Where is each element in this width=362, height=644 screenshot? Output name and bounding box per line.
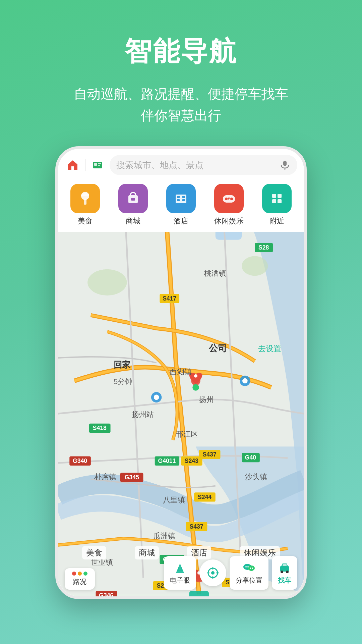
phone-screen: S28 S417 S418 G4011 S243 xyxy=(58,149,304,596)
svg-text:邗江区: 邗江区 xyxy=(176,430,198,438)
share-button[interactable]: 分享位置 xyxy=(230,556,268,590)
share-label: 分享位置 xyxy=(236,576,262,585)
svg-point-98 xyxy=(247,566,249,568)
svg-point-7 xyxy=(194,374,197,378)
svg-point-100 xyxy=(252,568,253,569)
svg-rect-87 xyxy=(178,568,179,570)
svg-text:去设置: 去设置 xyxy=(258,344,281,353)
svg-rect-72 xyxy=(177,196,180,198)
svg-text:扬州: 扬州 xyxy=(199,396,214,404)
svg-rect-75 xyxy=(182,199,185,201)
svg-text:G40: G40 xyxy=(245,454,256,461)
shop-icon-bg xyxy=(118,184,148,213)
svg-rect-68 xyxy=(84,199,86,205)
category-row: 美食 商城 xyxy=(58,179,304,232)
food-icon xyxy=(76,190,94,207)
nearby-icon-bg xyxy=(262,184,292,213)
header-section: 智能导航 自动巡航、路况提醒、便捷停车找车 伴你智慧出行 xyxy=(0,0,362,146)
svg-text:回家: 回家 xyxy=(114,360,131,369)
svg-text:G4011: G4011 xyxy=(158,458,176,464)
electronic-eye-label: 电子眼 xyxy=(170,576,190,585)
svg-text:瓜洲镇: 瓜洲镇 xyxy=(153,532,175,540)
svg-rect-71 xyxy=(176,195,186,203)
svg-text:西湖镇: 西湖镇 xyxy=(170,368,192,376)
svg-rect-81 xyxy=(272,194,276,198)
search-input[interactable]: 搜索城市、地点、景点 xyxy=(110,155,297,175)
svg-text:S418: S418 xyxy=(93,425,107,431)
svg-text:S437: S437 xyxy=(203,451,217,458)
svg-rect-73 xyxy=(182,196,185,198)
dot-orange xyxy=(78,572,82,576)
svg-text:沙头镇: 沙头镇 xyxy=(245,473,267,481)
svg-point-102 xyxy=(281,571,283,573)
hotel-icon-bg xyxy=(166,184,196,213)
svg-rect-62 xyxy=(94,163,97,166)
food-icon-bg xyxy=(70,184,100,213)
findcar-button[interactable]: 找车 xyxy=(272,556,297,590)
svg-text:S244: S244 xyxy=(198,494,212,500)
nav-icon xyxy=(92,159,104,171)
category-fun[interactable]: 休闲娱乐 xyxy=(214,184,244,226)
svg-text:S417: S417 xyxy=(163,295,176,302)
category-nearby[interactable]: 附近 xyxy=(262,184,292,226)
search-placeholder: 搜索城市、地点、景点 xyxy=(116,159,276,171)
traffic-dots xyxy=(72,572,87,576)
shop-icon xyxy=(124,190,142,207)
category-shop[interactable]: 商城 xyxy=(118,184,148,226)
svg-marker-85 xyxy=(176,564,184,573)
svg-rect-70 xyxy=(131,198,135,201)
svg-rect-104 xyxy=(283,564,287,566)
dot-red xyxy=(72,572,76,576)
bottom-toolbar: 路况 电子眼 xyxy=(58,553,304,596)
svg-rect-65 xyxy=(283,161,287,166)
traffic-label: 路况 xyxy=(73,577,86,586)
home-button[interactable] xyxy=(65,157,81,173)
svg-point-90 xyxy=(211,571,215,575)
traffic-button[interactable]: 路况 xyxy=(65,568,95,590)
svg-point-2 xyxy=(242,256,268,276)
svg-text:扬州站: 扬州站 xyxy=(132,411,154,419)
subtitle: 自动巡航、路况提醒、便捷停车找车 伴你智慧出行 xyxy=(74,83,288,126)
findcar-label: 找车 xyxy=(278,576,291,585)
navigation-button[interactable] xyxy=(89,157,106,173)
svg-point-96 xyxy=(248,566,255,571)
subtitle-line1: 自动巡航、路况提醒、便捷停车找车 xyxy=(74,87,288,101)
category-food[interactable]: 美食 xyxy=(70,184,100,226)
car-icon xyxy=(278,561,291,574)
shop-label: 商城 xyxy=(126,216,140,226)
svg-point-10 xyxy=(242,378,248,384)
svg-rect-82 xyxy=(278,194,282,198)
nearby-label: 附近 xyxy=(269,216,284,226)
mic-icon xyxy=(279,159,291,171)
svg-rect-63 xyxy=(98,163,101,164)
svg-text:G340: G340 xyxy=(73,458,87,464)
svg-text:5分钟: 5分钟 xyxy=(114,378,132,386)
location-button[interactable] xyxy=(199,559,226,586)
svg-text:S28: S28 xyxy=(258,244,269,251)
svg-point-5 xyxy=(154,395,159,400)
electronic-eye-button[interactable]: 电子眼 xyxy=(164,556,196,590)
svg-point-99 xyxy=(250,568,251,569)
svg-rect-88 xyxy=(181,568,182,570)
search-bar-area: 搜索城市、地点、景点 xyxy=(58,149,304,179)
hotel-icon xyxy=(172,190,190,207)
home-icon xyxy=(67,159,79,171)
svg-rect-80 xyxy=(228,198,229,200)
svg-point-103 xyxy=(286,571,289,573)
search-row: 搜索城市、地点、景点 xyxy=(65,155,297,175)
food-label: 美食 xyxy=(78,216,93,226)
hotel-label: 酒店 xyxy=(174,216,188,226)
svg-text:G345: G345 xyxy=(125,474,139,481)
svg-rect-83 xyxy=(272,199,276,203)
svg-text:S243: S243 xyxy=(185,458,198,464)
category-hotel[interactable]: 酒店 xyxy=(166,184,196,226)
svg-point-77 xyxy=(225,198,228,200)
fun-icon-bg xyxy=(214,184,244,213)
wechat-icon xyxy=(242,561,256,574)
nearby-icon xyxy=(268,190,286,207)
svg-point-8 xyxy=(192,384,199,391)
location-icon xyxy=(206,566,220,580)
divider xyxy=(85,159,85,171)
dot-green xyxy=(83,572,87,576)
svg-point-1 xyxy=(87,269,127,296)
